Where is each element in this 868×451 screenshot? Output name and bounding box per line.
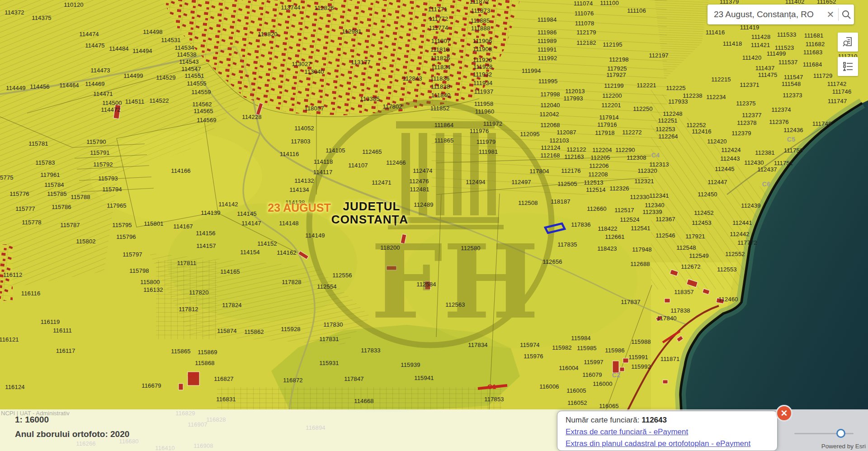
parcel-label: 117993 (563, 95, 583, 102)
parcel-label: 112290 (615, 147, 635, 153)
parcel-info-popup: Număr carte funciară: 112643 Extras de c… (557, 411, 778, 451)
parcel-label: 112552 (725, 251, 745, 257)
parcel-label: 111076 (575, 10, 594, 17)
parcel-label: 112524 (620, 216, 640, 223)
parcel-label: 111928 (473, 63, 493, 70)
identify-results-button[interactable] (838, 33, 858, 52)
parcel-label: 115862 (244, 328, 264, 335)
parcel-label: 114531 (161, 37, 181, 43)
parcel-label: 112197 (649, 52, 669, 59)
parcel-label: 111992 (538, 55, 557, 62)
legend-button[interactable] (838, 57, 858, 76)
parcel-label: 111979 (476, 138, 496, 145)
parcel-label: 114565 (193, 108, 213, 114)
parcel-label: 114118 (314, 158, 333, 165)
parcel-label: 112340 (645, 202, 665, 209)
parcel-label: 117830 (323, 321, 343, 328)
parcel-label: 112656 (542, 258, 562, 265)
parcel-label: 112253 (656, 126, 675, 133)
parcel-label: 112326 (609, 185, 629, 192)
parcel-label: 112371 (740, 81, 760, 88)
parcel-label: 114464 (59, 82, 79, 89)
parcel-label: 111683 (803, 49, 823, 56)
parcel-label: C5 (188, 371, 197, 379)
parcel-label: 112330 (630, 194, 650, 200)
zoom-slider[interactable] (794, 433, 854, 434)
parcel-label: 112439 (741, 202, 761, 209)
parcel-label: 112541 (631, 225, 651, 232)
parcel-label: 111106 (627, 7, 646, 14)
parcel-label: 113027 (292, 61, 311, 67)
parcel-label: C5 (787, 136, 795, 143)
land-book-number: 112643 (642, 416, 667, 424)
parcel-label: 111834 (431, 64, 451, 71)
parcel-label: 111681 (804, 32, 824, 39)
parcel-label: 115795 (112, 222, 132, 228)
parcel-label: 115986 (605, 347, 625, 354)
map-viewport[interactable]: FH 1101201143721143751144741144981145311… (0, 0, 868, 451)
zoom-slider-knob[interactable] (836, 429, 845, 438)
parcel-label: 112580 (461, 245, 481, 252)
parcel-label: 112450 (698, 191, 717, 198)
parcel-label: 114569 (197, 117, 217, 123)
parcel-label: 112248 (663, 110, 683, 117)
parcel-label: 114500 (102, 100, 122, 106)
parcel-label: 114147 (241, 220, 261, 227)
parcel-label: 114494 (132, 47, 152, 54)
parcel-label: C2 (612, 371, 620, 379)
parcel-label: 111840 (431, 92, 451, 99)
parcel-label: 116065 (599, 403, 619, 409)
parcel-label: 114139 (201, 209, 221, 216)
parcel-label: 112481 (410, 186, 429, 193)
parcel-label: 117840 (657, 315, 677, 322)
parcel-label: 111418 (723, 40, 742, 47)
parcel-label: 114668 (354, 398, 374, 404)
clear-search-icon[interactable]: ✕ (823, 5, 838, 24)
parcel-label: 112013 (565, 88, 585, 95)
parcel-label: 112442 (730, 231, 750, 237)
parcel-label: 112250 (633, 105, 653, 112)
link-extras-plan-cadastral[interactable]: Extras din planul cadastral pe ortofotop… (566, 439, 769, 448)
parcel-label: 111989 (538, 38, 557, 44)
parcel-label: 111747 (828, 98, 847, 104)
parcel-label: 117853 (484, 396, 504, 403)
parcel-label: 115778 (22, 219, 42, 226)
parcel-label: 111682 (806, 41, 825, 47)
parcel-label: 112424 (721, 147, 741, 153)
link-extras-carte-funciara[interactable]: Extras de carte funciară - ePayment (566, 427, 769, 437)
parcel-label: 112341 (649, 192, 669, 199)
parcel-label: 114156 (196, 230, 216, 237)
parcel-label: 112549 (689, 252, 709, 259)
parcel-label: 114551 (184, 72, 204, 79)
legend-list-icon (842, 61, 854, 72)
parcel-label: 112430 (744, 159, 764, 166)
parcel-label: 114117 (313, 169, 333, 176)
parcel-label: 115992 (631, 363, 651, 370)
parcel-label: 117914 (599, 114, 619, 121)
parcel-label: 115991 (628, 354, 648, 361)
parcel-label: 115941 (414, 375, 434, 381)
search-icon[interactable] (839, 5, 854, 24)
search-input[interactable] (708, 9, 823, 19)
parcel-label: 112367 (656, 216, 675, 223)
parcel-label: 115868 (195, 360, 215, 366)
parcel-label: 112688 (630, 261, 650, 267)
parcel-label: 111871 (660, 356, 680, 362)
parcel-label: 114167 (173, 223, 193, 230)
parcel-label: 116117 (56, 347, 75, 354)
popup-close-button[interactable]: ✕ (776, 405, 793, 422)
parcel-label: 112122 (566, 146, 586, 153)
parcel-label: 115791 (90, 149, 110, 156)
parcel-label: 115781 (28, 140, 48, 147)
parcel-label: 114149 (305, 232, 325, 239)
parcel-label: 112234 (706, 94, 726, 100)
parcel-label: 114134 (289, 186, 309, 193)
parcel-label: C4 (651, 152, 660, 159)
parcel-label: 112168 (540, 152, 560, 159)
parcel-label: 114105 (326, 147, 345, 154)
parcel-label: 115865 (171, 348, 191, 355)
parcel-label: 115798 (129, 267, 149, 274)
parcel-label: 112264 (658, 133, 678, 140)
parcel-label: 111437 (755, 65, 775, 71)
parcel-label: 111972 (483, 120, 503, 127)
